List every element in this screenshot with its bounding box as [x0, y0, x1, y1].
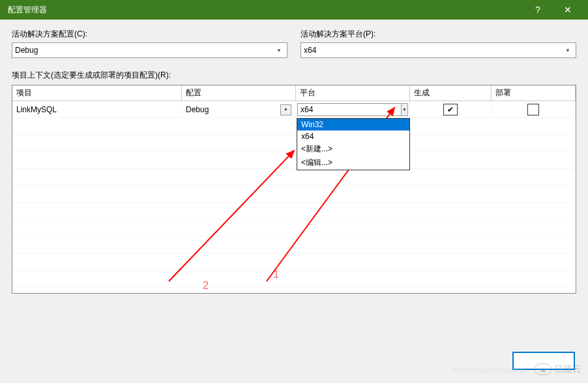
help-button[interactable]: ?	[523, 0, 553, 20]
header-platform: 平台	[296, 85, 410, 100]
dropdown-item-x64[interactable]: x64	[297, 130, 409, 142]
header-config: 配置	[182, 85, 296, 100]
header-deploy: 部署	[492, 85, 576, 100]
chevron-down-icon: ▼	[284, 108, 288, 112]
header-build: 生成	[410, 85, 492, 100]
active-platform-label: 活动解决方案平台(P):	[301, 29, 576, 40]
cell-config-value: Debug	[186, 105, 280, 114]
active-config-combo[interactable]: Debug ▼	[12, 42, 287, 58]
grid-header: 项目 配置 平台 生成 部署	[12, 85, 576, 101]
close-button[interactable]: ✕	[553, 0, 583, 20]
dropdown-item-new[interactable]: <新建...>	[297, 142, 409, 156]
dropdown-item-win32[interactable]: Win32	[297, 119, 409, 130]
platform-dropdown-list: Win32 x64 <新建...> <编辑...>	[297, 118, 410, 170]
checkmark-icon: ✔	[447, 105, 454, 114]
active-config-value: Debug	[15, 46, 274, 55]
active-platform-value: x64	[304, 46, 563, 55]
window-title: 配置管理器	[8, 5, 523, 16]
cloud-icon: ☁	[535, 363, 551, 375]
cell-deploy	[492, 101, 576, 118]
titlebar: 配置管理器 ? ✕	[0, 0, 588, 20]
build-checkbox[interactable]: ✔	[443, 104, 458, 115]
cell-project: LinkMySQL	[12, 101, 182, 118]
project-context-label: 项目上下文(选定要生成或部署的项目配置)(R):	[12, 70, 576, 81]
watermark-brand: 亿速云	[554, 363, 581, 375]
chevron-down-icon: ▼	[274, 48, 284, 54]
cell-build: ✔	[410, 101, 492, 118]
dialog-content: 活动解决方案配置(C): Debug ▼ 活动解决方案平台(P): x64 ▼ …	[0, 20, 588, 303]
active-config-label: 活动解决方案配置(C):	[12, 29, 287, 40]
dropdown-item-edit[interactable]: <编辑...>	[297, 156, 409, 170]
table-row: LinkMySQL Debug ▼ ▼ ✔	[12, 101, 576, 118]
cell-config: Debug ▼	[182, 101, 296, 118]
config-dropdown-button[interactable]: ▼	[280, 104, 291, 115]
watermark: ☁ 亿速云	[535, 363, 581, 375]
active-platform-combo[interactable]: x64 ▼	[301, 42, 576, 58]
cell-platform: ▼	[296, 101, 410, 118]
chevron-down-icon: ▼	[403, 108, 407, 112]
project-context-grid: 项目 配置 平台 生成 部署 LinkMySQL Debug ▼ ▼	[12, 85, 576, 294]
platform-dropdown-button[interactable]: ▼	[401, 103, 408, 116]
platform-input[interactable]	[297, 103, 402, 116]
deploy-checkbox[interactable]	[527, 104, 539, 115]
chevron-down-icon: ▼	[563, 48, 573, 54]
header-project: 项目	[12, 85, 182, 100]
